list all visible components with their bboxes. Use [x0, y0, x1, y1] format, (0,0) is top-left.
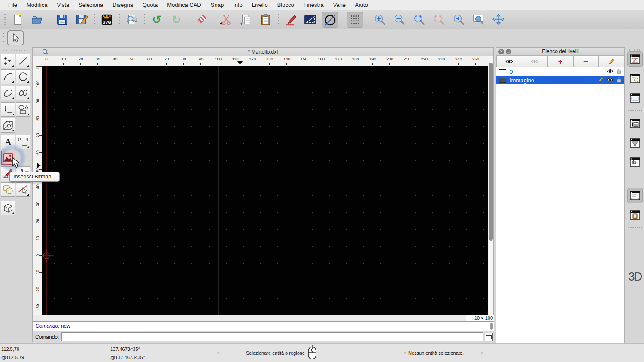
- spline-tool-button[interactable]: [16, 86, 30, 100]
- vertical-scrollbar-thumb[interactable]: [489, 63, 493, 241]
- statusbar-dot: [404, 352, 406, 354]
- arc-tool-button[interactable]: [1, 69, 15, 84]
- command-input[interactable]: [61, 332, 483, 341]
- menu-item[interactable]: Vista: [52, 0, 74, 10]
- zoom-previous-button[interactable]: [451, 12, 467, 28]
- redo-button[interactable]: ↻: [168, 12, 185, 28]
- new-file-button[interactable]: [9, 12, 26, 28]
- hide-all-layers-button[interactable]: [522, 56, 548, 67]
- command-panel-toggle-button[interactable]: [627, 188, 643, 203]
- menu-item[interactable]: Finestra: [299, 0, 328, 10]
- arc-icon: [3, 72, 13, 82]
- menu-item[interactable]: Varie: [328, 0, 350, 10]
- dimension-tool-button[interactable]: [16, 135, 30, 149]
- menu-item[interactable]: Info: [228, 0, 247, 10]
- horizontal-scrollbar[interactable]: 10 < 100: [33, 315, 494, 321]
- menu-item[interactable]: Modifica: [22, 0, 52, 10]
- layer-edit-pencil-icon[interactable]: [598, 77, 604, 83]
- hatch-tool-button[interactable]: [1, 118, 15, 133]
- ruler-tick: -10: [33, 264, 42, 281]
- points-tool-button[interactable]: [1, 54, 15, 68]
- ruler-tick: 110: [33, 66, 42, 75]
- spline-icon: [18, 88, 28, 98]
- add-layer-button[interactable]: +: [547, 56, 573, 67]
- text-tool-button[interactable]: A: [1, 135, 15, 149]
- selection-filter-toggle-button[interactable]: [627, 135, 643, 151]
- toolbar-separator: [277, 13, 279, 26]
- circle-tool-button[interactable]: [16, 69, 30, 84]
- copy-button[interactable]: [238, 12, 254, 28]
- layer-visible-icon[interactable]: [607, 69, 614, 74]
- metagrid-line: [218, 66, 219, 315]
- dock-drag-handle[interactable]: [628, 49, 642, 51]
- metagrid-line: [42, 256, 489, 256]
- remove-layer-button[interactable]: −: [573, 56, 599, 67]
- float-panel-icon[interactable]: ❐: [506, 49, 511, 54]
- menu-item[interactable]: File: [3, 0, 22, 10]
- layer-lock-icon[interactable]: [617, 77, 622, 83]
- zoom-in-button[interactable]: [372, 12, 388, 28]
- shapes-tool-button[interactable]: [16, 102, 30, 117]
- paste-button[interactable]: [258, 12, 274, 28]
- layer-visible-icon[interactable]: [607, 77, 614, 82]
- menu-item[interactable]: Quota: [138, 0, 162, 10]
- cad-tool-palette: A: [0, 47, 32, 343]
- grid-toggle-button[interactable]: [347, 12, 363, 28]
- command-detach-button[interactable]: [485, 333, 493, 341]
- solids-3d-tool-button[interactable]: [1, 201, 15, 215]
- clipboard-panel-toggle-button[interactable]: [627, 207, 643, 223]
- list-panel-toggle-button[interactable]: [627, 116, 643, 131]
- edit-layer-button[interactable]: [598, 56, 624, 67]
- line-tool-button[interactable]: [16, 54, 30, 68]
- 3d-dock-label[interactable]: 3D: [627, 270, 643, 284]
- layer-panel-toggle-button[interactable]: [627, 51, 643, 67]
- ellipse-tool-button[interactable]: [1, 86, 15, 100]
- vertical-scrollbar[interactable]: [488, 56, 493, 315]
- menu-item[interactable]: Disegna: [108, 0, 138, 10]
- layer-row-immagine[interactable]: Immagine: [496, 76, 624, 84]
- block-panel-toggle-button[interactable]: [627, 71, 643, 86]
- restriction-off-button[interactable]: [322, 12, 338, 28]
- document-title-bar[interactable]: * Martello.dxf: [33, 48, 493, 56]
- drawing-canvas[interactable]: [42, 66, 489, 315]
- print-preview-button[interactable]: [124, 12, 140, 28]
- save-as-button[interactable]: [74, 12, 90, 28]
- zoom-window-button[interactable]: [471, 12, 487, 28]
- selection-tool-button[interactable]: [7, 30, 24, 45]
- draw-pencil-button[interactable]: [283, 12, 299, 28]
- menu-item[interactable]: Seleziona: [74, 0, 108, 10]
- ortho-restriction-icon: [304, 13, 317, 26]
- block-tool-button[interactable]: [1, 182, 15, 197]
- hatch-icon: [3, 120, 14, 131]
- ortho-restriction-button[interactable]: [302, 12, 319, 28]
- zoom-pan-button[interactable]: [490, 12, 507, 28]
- undo-button[interactable]: ↺: [149, 12, 165, 28]
- show-all-layers-button[interactable]: [496, 56, 522, 67]
- zoom-window-icon: [472, 13, 485, 26]
- zoom-out-button[interactable]: [392, 12, 408, 28]
- menu-item[interactable]: Snap: [206, 0, 228, 10]
- palette-drag-handle[interactable]: [3, 50, 28, 52]
- polyline-tool-button[interactable]: [1, 102, 15, 117]
- layer-row-0[interactable]: 0: [496, 67, 624, 76]
- menu-item[interactable]: Modifica CAD: [162, 0, 206, 10]
- history-scrollbar-thumb[interactable]: [490, 323, 493, 330]
- menu-item[interactable]: Blocco: [273, 0, 299, 10]
- toolbar-drag-handle[interactable]: [3, 33, 5, 44]
- menu-item[interactable]: Aiuto: [350, 0, 373, 10]
- property-panel-toggle-button[interactable]: [627, 90, 643, 106]
- trim-tool-button[interactable]: [16, 182, 30, 197]
- view-panel-toggle-button[interactable]: [627, 154, 643, 170]
- cut-button[interactable]: [218, 12, 234, 28]
- menu-item[interactable]: Livello: [247, 0, 273, 10]
- layer-lock-icon[interactable]: [617, 68, 622, 74]
- svg-export-button[interactable]: SVG: [99, 12, 115, 28]
- zoom-auto-button[interactable]: [411, 12, 428, 28]
- absolute-polar-coordinate: 137.4673<35°: [110, 347, 140, 352]
- erase-button[interactable]: [193, 12, 210, 28]
- open-file-button[interactable]: [29, 12, 46, 28]
- save-button[interactable]: [54, 12, 70, 28]
- toolbar-drag-handle[interactable]: [3, 13, 6, 26]
- zoom-selection-button[interactable]: [431, 12, 447, 28]
- close-icon[interactable]: ✕: [498, 49, 504, 54]
